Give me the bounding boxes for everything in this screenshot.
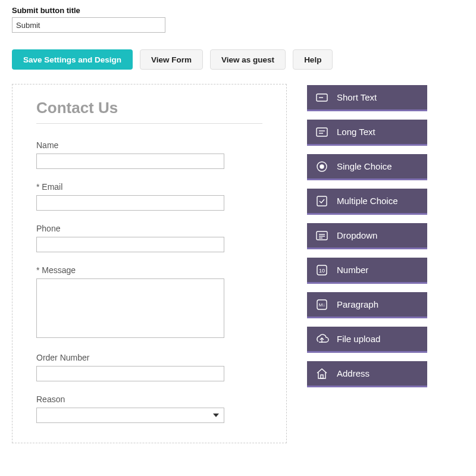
field-tile-label: Dropdown [337,230,377,240]
field-tile-dropdown[interactable]: Dropdown [307,223,427,249]
field-email: * Email [36,182,262,211]
single-choice-icon [314,159,330,174]
chevron-down-icon [213,414,219,417]
paragraph-icon: M↓ [314,297,330,312]
field-tile-label: File upload [337,334,380,344]
field-message: * Message [36,265,262,340]
long-text-icon [314,124,330,140]
svg-rect-17 [321,375,323,378]
field-reason-select[interactable] [36,408,224,423]
field-name-label: Name [36,140,262,150]
form-title: Contact Us [36,99,262,117]
view-form-button[interactable]: View Form [140,49,203,70]
field-reason-label: Reason [36,394,262,404]
save-settings-button[interactable]: Save Settings and Design [12,49,133,70]
multiple-choice-icon [314,193,330,209]
short-text-icon [314,90,330,105]
form-canvas: Contact Us Name * Email Phone * Message … [12,84,287,443]
field-tile-number[interactable]: 10 Number [307,258,427,284]
field-message-label: * Message [36,265,262,275]
toolbar: Save Settings and Design View Form View … [12,49,464,70]
field-email-label: * Email [36,182,262,192]
svg-rect-2 [317,128,327,136]
field-tile-multiple-choice[interactable]: Multiple Choice [307,189,427,215]
field-order-number-input[interactable] [36,366,224,381]
help-button[interactable]: Help [293,49,333,70]
address-icon [314,366,330,381]
svg-text:M↓: M↓ [319,302,325,308]
dropdown-icon [314,228,330,243]
field-tile-label: Single Choice [337,161,392,171]
field-tile-long-text[interactable]: Long Text [307,120,427,146]
field-tile-label: Address [337,368,369,378]
field-tile-short-text[interactable]: Short Text [307,85,427,111]
svg-text:10: 10 [319,268,325,274]
number-icon: 10 [314,262,330,278]
view-as-guest-button[interactable]: View as guest [210,49,286,70]
field-tile-paragraph[interactable]: M↓ Paragraph [307,292,427,318]
file-upload-icon [314,331,330,347]
field-tile-address[interactable]: Address [307,361,427,387]
field-phone-label: Phone [36,224,262,233]
field-reason: Reason [36,394,262,423]
field-tile-label: Multiple Choice [337,196,398,206]
field-phone-input[interactable] [36,237,224,252]
field-order-number: Order Number [36,353,262,381]
field-tile-label: Paragraph [337,299,378,309]
form-title-underline [36,123,262,124]
field-message-input[interactable] [36,278,224,338]
field-tile-file-upload[interactable]: File upload [307,327,427,353]
field-tile-label: Long Text [337,127,375,137]
submit-button-title-label: Submit button title [12,6,464,15]
field-tile-label: Number [337,265,368,275]
submit-button-title-input[interactable] [12,17,165,33]
field-email-input[interactable] [36,195,224,211]
svg-rect-8 [317,231,327,240]
field-palette: Short Text Long Text Single Choice Multi… [307,84,427,387]
field-tile-label: Short Text [337,92,377,102]
svg-rect-7 [317,196,327,206]
field-name: Name [36,140,262,169]
field-order-number-label: Order Number [36,353,262,362]
field-tile-single-choice[interactable]: Single Choice [307,154,427,180]
field-phone: Phone [36,224,262,252]
svg-point-6 [320,165,324,168]
field-name-input[interactable] [36,154,224,169]
